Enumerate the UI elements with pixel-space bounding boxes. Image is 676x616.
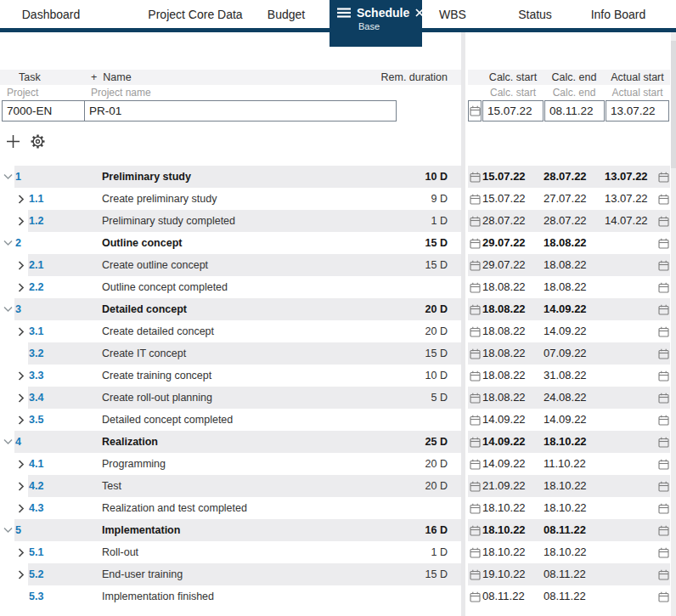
task-name[interactable]: Preliminary study	[102, 166, 191, 188]
calendar-icon[interactable]	[468, 216, 482, 227]
calc-end-date[interactable]: 14.09.22	[544, 409, 605, 431]
pane-splitter[interactable]	[461, 32, 465, 616]
calc-end-date[interactable]: 31.08.22	[544, 365, 605, 387]
actual-start-date[interactable]: 13.07.22	[605, 166, 656, 188]
calendar-icon[interactable]	[656, 172, 670, 183]
calc-end-date[interactable]: 18.08.22	[544, 254, 605, 276]
task-name[interactable]: Detailed concept completed	[102, 409, 233, 431]
task-dates-row[interactable]: 18.08.22 24.08.22	[468, 387, 670, 409]
task-row[interactable]: 3.3 Create training concept 10 D	[0, 365, 461, 387]
calendar-icon[interactable]	[656, 194, 670, 205]
task-dates-row[interactable]: 18.08.22 14.09.22	[468, 320, 670, 342]
task-name[interactable]: Test	[102, 475, 121, 497]
calendar-icon[interactable]	[468, 547, 482, 558]
calendar-icon[interactable]	[468, 172, 482, 183]
calendar-icon[interactable]	[656, 238, 670, 249]
scrollbar-thumb[interactable]	[671, 41, 676, 168]
expand-chevron-icon[interactable]	[2, 431, 14, 453]
calc-start-date[interactable]: 29.07.22	[482, 232, 544, 254]
tab-project-core-data[interactable]: Project Core Data	[148, 0, 242, 28]
expand-chevron-icon[interactable]	[15, 276, 27, 298]
calc-start-date[interactable]: 08.11.22	[482, 585, 544, 608]
task-row[interactable]: 3.4 Create roll-out planning 5 D	[0, 387, 461, 409]
task-row[interactable]: 4.3 Realization and test completed	[0, 497, 461, 519]
task-number[interactable]: 4.1	[28, 453, 43, 475]
task-dates-row[interactable]: 18.08.22 07.09.22	[468, 342, 670, 365]
expand-chevron-icon[interactable]	[15, 365, 27, 387]
calc-start-date[interactable]: 18.08.22	[482, 342, 544, 365]
calendar-icon[interactable]	[656, 304, 670, 315]
task-number[interactable]: 1.1	[28, 188, 43, 210]
task-number[interactable]: 3.2	[28, 342, 43, 365]
expand-chevron-icon[interactable]	[15, 497, 27, 519]
column-header-actual-start[interactable]: Actual start	[605, 70, 670, 85]
calc-end-date[interactable]: 28.07.22	[544, 210, 605, 232]
calc-end-date[interactable]: 18.10.22	[544, 475, 605, 497]
calendar-icon[interactable]	[656, 415, 670, 426]
task-row[interactable]: 2.2 Outline concept completed	[0, 276, 461, 298]
task-name[interactable]: Realization	[102, 431, 158, 453]
task-dates-row[interactable]: 18.10.22 08.11.22	[468, 519, 670, 541]
column-header-task[interactable]: Task	[19, 70, 41, 85]
task-number[interactable]: 4	[14, 431, 21, 453]
calc-start-input[interactable]	[482, 100, 544, 122]
task-number[interactable]: 5	[14, 519, 21, 541]
task-dates-row[interactable]: 21.09.22 18.10.22	[468, 475, 670, 497]
calendar-icon[interactable]	[468, 194, 482, 205]
task-number[interactable]: 3.5	[28, 409, 43, 431]
calc-end-date[interactable]: 27.07.22	[544, 188, 605, 210]
calendar-icon[interactable]	[656, 260, 670, 271]
calc-start-date[interactable]: 18.08.22	[482, 276, 544, 298]
actual-start-date[interactable]: 13.07.22	[605, 188, 656, 210]
calendar-icon[interactable]	[656, 348, 670, 359]
calc-start-date[interactable]: 21.09.22	[482, 475, 544, 497]
calendar-icon[interactable]	[468, 326, 482, 337]
calc-end-input[interactable]	[544, 100, 605, 122]
tab-status[interactable]: Status	[518, 0, 552, 28]
column-header-calc-start[interactable]: Calc. start	[482, 70, 544, 85]
task-row[interactable]: 5.2 End-user training 15 D	[0, 563, 461, 585]
tab-schedule[interactable]: ScheduleBase	[330, 0, 422, 47]
calc-start-date[interactable]: 18.08.22	[482, 320, 544, 342]
expand-chevron-icon[interactable]	[2, 232, 14, 254]
task-name[interactable]: Programming	[102, 453, 166, 475]
task-name[interactable]: Realization and test completed	[102, 497, 247, 519]
expand-chevron-icon[interactable]	[15, 254, 27, 276]
task-dates-row[interactable]: 29.07.22 18.08.22	[468, 232, 670, 254]
calendar-icon[interactable]	[468, 304, 482, 315]
calc-end-date[interactable]: 07.09.22	[544, 342, 605, 365]
task-row[interactable]: 1.1 Create preliminary study 9 D	[0, 188, 461, 210]
task-row[interactable]: 5.3 Implementation finished	[0, 585, 461, 608]
column-header-name[interactable]: + Name	[91, 70, 132, 85]
expand-chevron-icon[interactable]	[2, 298, 14, 320]
actual-start-date[interactable]: 14.07.22	[605, 210, 656, 232]
task-name[interactable]: Create preliminary study	[102, 188, 217, 210]
task-row[interactable]: 3.1 Create detailed concept 20 D	[0, 320, 461, 342]
calendar-icon[interactable]	[468, 481, 482, 492]
calendar-icon[interactable]	[468, 370, 482, 381]
task-name[interactable]: Roll-out	[102, 541, 138, 563]
calc-end-date[interactable]: 08.11.22	[544, 585, 605, 608]
task-number[interactable]: 3	[14, 298, 21, 320]
calc-end-date[interactable]: 28.07.22	[544, 166, 605, 188]
task-dates-row[interactable]: 14.09.22 11.10.22	[468, 453, 670, 475]
calc-end-date[interactable]: 11.10.22	[544, 453, 605, 475]
calendar-icon[interactable]	[468, 348, 482, 359]
calc-end-date[interactable]: 18.10.22	[544, 541, 605, 563]
task-dates-row[interactable]: 08.11.22 08.11.22	[468, 585, 670, 608]
calendar-icon[interactable]	[656, 459, 670, 470]
menu-icon[interactable]	[337, 8, 351, 18]
task-name[interactable]: Implementation	[102, 519, 180, 541]
task-dates-row[interactable]: 19.10.22 08.11.22	[468, 563, 670, 585]
calendar-icon[interactable]	[468, 503, 482, 514]
task-name[interactable]: Implementation finished	[102, 585, 214, 608]
task-name[interactable]: Create roll-out planning	[102, 387, 212, 409]
expand-chevron-icon[interactable]	[2, 519, 14, 541]
task-dates-row[interactable]: 29.07.22 18.08.22	[468, 254, 670, 276]
task-number[interactable]: 5.2	[28, 563, 43, 585]
calc-start-date[interactable]: 18.10.22	[482, 497, 544, 519]
column-header-rem-duration[interactable]: Rem. duration	[380, 70, 448, 85]
calc-start-date[interactable]: 15.07.22	[482, 188, 544, 210]
task-row[interactable]: 5 Implementation 16 D	[0, 519, 461, 541]
calendar-icon[interactable]	[656, 326, 670, 337]
